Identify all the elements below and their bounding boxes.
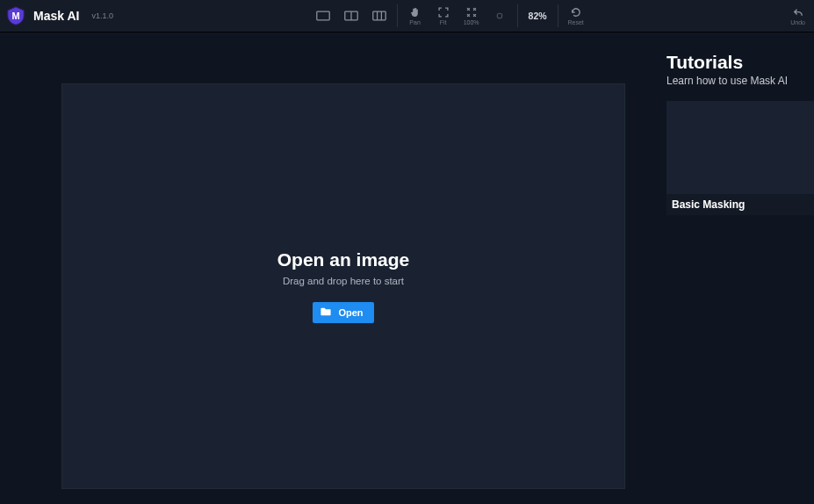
zoom100-label: 100% [464, 19, 479, 25]
view-split2-button[interactable] [337, 0, 365, 32]
svg-text:M: M [11, 11, 19, 21]
pan-button[interactable]: Pan [401, 0, 429, 32]
view-mode-group [309, 0, 393, 32]
app-logo-icon: M [5, 5, 26, 26]
dropzone-title: Open an image [277, 249, 410, 270]
svg-rect-4 [372, 11, 385, 20]
dropzone-subtitle: Drag and drop here to start [283, 276, 404, 286]
app-version: v1.1.0 [91, 11, 113, 20]
undo-label: Undo [790, 19, 805, 25]
reset-button[interactable]: Reset [562, 0, 590, 32]
open-button-label: Open [338, 307, 363, 318]
tutorials-sidebar: Tutorials Learn how to use Mask AI Basic… [666, 32, 814, 504]
nav-group: Pan Fit 100% [401, 0, 514, 32]
tutorial-caption: Basic Masking [666, 194, 814, 215]
progress-indicator [486, 0, 514, 32]
svg-rect-1 [316, 11, 328, 20]
undo-button[interactable]: Undo [785, 0, 810, 32]
tutorial-card[interactable]: Basic Masking [666, 101, 814, 215]
zoom100-button[interactable]: 100% [457, 0, 486, 32]
svg-point-7 [497, 13, 502, 18]
dropzone[interactable]: Open an image Drag and drop here to star… [61, 83, 625, 489]
open-button[interactable]: Open [313, 302, 373, 323]
view-split3-button[interactable] [365, 0, 393, 32]
sidebar-title: Tutorials [666, 52, 814, 75]
app-title: Mask AI [33, 9, 79, 23]
tutorial-thumbnail [666, 101, 814, 194]
canvas-area: Open an image Drag and drop here to star… [0, 32, 666, 504]
main-area: Open an image Drag and drop here to star… [0, 32, 814, 504]
app-logo-group: M Mask AI v1.1.0 [4, 5, 113, 26]
reset-label: Reset [567, 19, 583, 25]
top-toolbar: M Mask AI v1.1.0 Pan Fit 100% [0, 0, 814, 32]
folder-icon [320, 306, 332, 320]
zoom-value[interactable]: 82% [522, 11, 554, 21]
fit-label: Fit [440, 19, 447, 25]
fit-button[interactable]: Fit [429, 0, 457, 32]
pan-label: Pan [409, 19, 420, 25]
view-single-button[interactable] [309, 0, 337, 32]
sidebar-subtitle: Learn how to use Mask AI [666, 75, 814, 87]
